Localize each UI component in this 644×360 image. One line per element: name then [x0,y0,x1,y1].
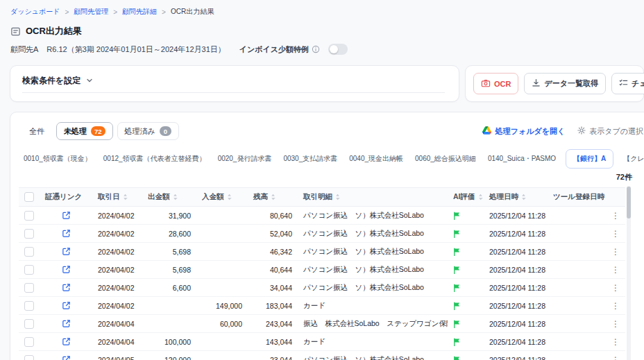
sort-icon[interactable] [521,194,526,200]
doc-tab[interactable]: 0020_発行請求書 [216,149,274,169]
row-checkbox[interactable] [24,265,34,275]
sort-icon[interactable] [271,194,276,200]
evidence-external-link-icon[interactable] [62,319,71,328]
evidence-external-link-icon[interactable] [62,355,71,360]
transaction-description-cell: パソコン振込 ソ）株式会社SoLabo [298,279,448,297]
ocr-button[interactable]: OCR [473,73,518,94]
row-select-cell [19,333,40,351]
sort-icon[interactable] [227,194,232,200]
doc-tab[interactable]: 0040_現金出納帳 [347,149,405,169]
column-header-label: 証憑リンク [45,192,82,202]
doc-tab[interactable]: 0140_Suica・PASMO [486,149,558,169]
row-menu-button[interactable]: ⋮ [611,283,620,293]
sort-icon[interactable] [335,194,340,200]
column-header-inner: AI評価 [453,192,483,202]
row-menu-button[interactable]: ⋮ [611,301,620,311]
evidence-external-link-icon[interactable] [62,265,71,274]
evidence-external-link-icon[interactable] [62,229,71,238]
column-header-label: 取引明細 [303,192,332,202]
sort-icon[interactable] [478,194,483,200]
check-button[interactable]: チェック [611,73,644,94]
status-tab-all[interactable]: 全件 [22,122,52,140]
column-header-label: 残高 [253,192,268,202]
row-menu-button[interactable]: ⋮ [611,247,620,257]
column-header-balance[interactable]: 残高 [248,188,298,207]
select-all-checkbox[interactable] [24,192,34,202]
balance-amount-cell: 143,044 [248,333,298,351]
display-tab-settings-link[interactable]: 表示タブの選択 [577,126,643,137]
invoice-exemption-toggle[interactable] [328,44,348,55]
evidence-external-link-icon[interactable] [62,247,71,256]
doc-tab[interactable]: 0030_支払請求書 [281,149,339,169]
breadcrumb-link[interactable]: 顧問先詳細 [122,7,157,17]
row-menu-cell: ⋮ [606,261,625,279]
row-menu-button[interactable]: ⋮ [611,337,620,347]
doc-tab[interactable]: 【クレジットカード [621,149,644,169]
status-tab-label: 未処理 [64,126,87,137]
ai-evaluation-cell [448,351,484,360]
evidence-external-link-icon[interactable] [62,211,71,220]
column-header-withdrawal[interactable]: 出金額 [142,188,196,207]
doc-tab[interactable]: 0010_領収書（現金） [22,149,94,169]
table-row: 2024/04/04100,000143,044カード2025/12/04 11… [19,333,625,351]
search-conditions-toggle[interactable]: 検索条件を設定 [10,66,93,87]
evidence-external-link-icon[interactable] [62,283,71,292]
column-header-inner: 証憑リンク [45,192,82,202]
evidence-external-link-icon[interactable] [62,301,71,310]
row-checkbox[interactable] [24,283,34,293]
chevron-down-icon [86,76,93,86]
column-header-description[interactable]: 取引明細 [298,188,448,207]
row-checkbox[interactable] [24,355,34,360]
row-menu-button[interactable]: ⋮ [611,355,620,360]
row-checkbox[interactable] [24,247,34,257]
breadcrumb-current: OCR出力結果 [171,7,214,17]
row-menu-cell: ⋮ [606,207,625,225]
row-checkbox[interactable] [24,337,34,347]
doc-tab-active[interactable]: 【銀行】A [566,149,613,169]
row-checkbox[interactable] [24,301,34,311]
row-checkbox[interactable] [24,211,34,221]
breadcrumb-link[interactable]: ダッシュボード [10,7,60,17]
top-cards-row: 検索条件を設定 OCR [10,65,644,102]
transaction-date-cell: 2024/04/04 [92,333,142,351]
withdrawal-amount-cell: 28,600 [142,225,196,243]
row-select-cell [19,279,40,297]
breadcrumb-link[interactable]: 顧問先管理 [74,7,108,17]
row-menu-button[interactable]: ⋮ [611,319,620,329]
doc-tab[interactable]: 0012_領収書（代表者立替経費） [101,149,208,169]
ai-flag-icon [453,338,461,346]
download-data-button[interactable]: データ一覧取得 [524,73,606,94]
tool-registered-datetime-cell [548,261,606,279]
evidence-external-link-icon[interactable] [62,337,71,346]
column-header-deposit[interactable]: 入金額 [196,188,248,207]
row-menu-button[interactable]: ⋮ [611,211,620,221]
sort-icon[interactable] [173,194,178,200]
column-header-processed_at[interactable]: 処理日時 [484,188,548,207]
row-menu-button[interactable]: ⋮ [611,229,620,239]
column-header-ai[interactable]: AI評価 [448,188,484,207]
open-processing-folder-link[interactable]: 処理フォルダを開く [482,126,566,137]
status-tab-unprocessed[interactable]: 未処理72 [56,122,113,140]
row-checkbox[interactable] [24,319,34,329]
transaction-description-cell: 振込 株式会社SoLabo ステップワゴン保険 [298,315,448,333]
column-header-tool_registered_at[interactable]: ツール登録日時 [548,188,606,207]
row-checkbox[interactable] [24,229,34,239]
transaction-date-cell: 2024/04/02 [92,279,142,297]
search-card-divider [22,92,445,93]
processed-datetime-cell: 2025/12/04 11:28 [484,225,548,243]
doc-tab[interactable]: 0060_総合振込明細 [413,149,478,169]
scrollbar-thumb[interactable] [627,187,631,218]
row-select-cell [19,297,40,315]
deposit-amount-cell [196,333,248,351]
table-scrollbar[interactable] [627,186,631,360]
transaction-date-cell: 2024/04/02 [92,261,142,279]
sort-icon[interactable] [123,194,128,200]
fiscal-period: R6.12（第3期 2024年01月01日～2024年12月31日） [46,44,225,55]
column-header-date[interactable]: 取引日 [92,188,142,207]
column-header-inner: 処理日時 [489,192,526,202]
transaction-date-cell: 2024/04/02 [92,297,142,315]
status-tab-processed[interactable]: 処理済み0 [117,122,179,140]
transaction-date-cell: 2024/04/02 [92,225,142,243]
table-header-row: 証憑リンク取引日出金額入金額残高取引明細AI評価処理日時ツール登録日時 [19,188,625,207]
row-menu-button[interactable]: ⋮ [611,265,620,275]
